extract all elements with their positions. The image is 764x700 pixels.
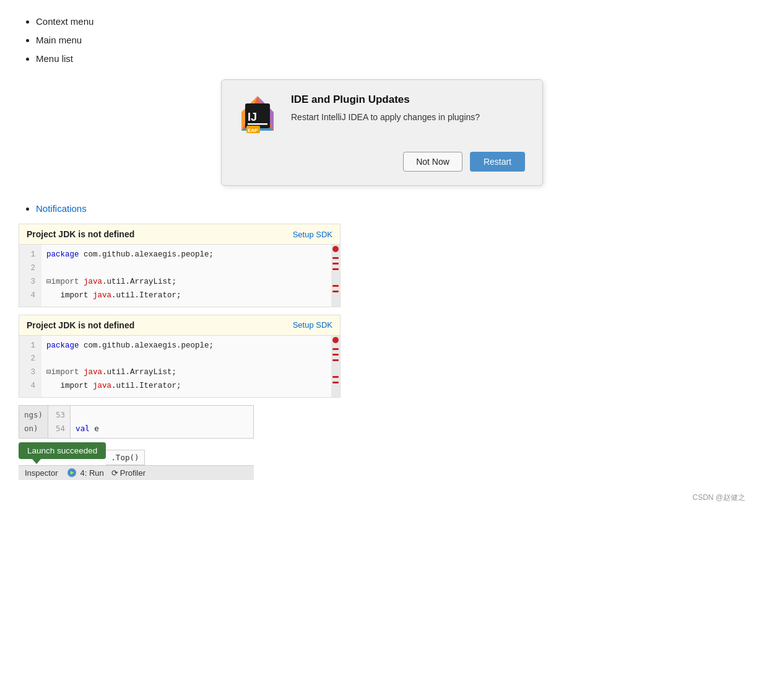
code-line	[46, 262, 326, 276]
svg-text:EAP: EAP	[248, 128, 258, 133]
error-indicator	[332, 337, 339, 343]
bottom-code-wrapper: ngs) on) 53 54 val e	[19, 405, 254, 439]
launch-row: Launch succeeded .Top()	[19, 439, 254, 465]
menu-item-main: Main menu	[36, 31, 745, 50]
profiler-icon: ⟳	[111, 468, 118, 478]
bottom-section: ngs) on) 53 54 val e Launch succeeded .T…	[19, 405, 254, 480]
launch-tooltip: Launch succeeded	[19, 442, 106, 459]
left-labels: ngs) on)	[19, 405, 48, 439]
bottom-code-lines: val e	[70, 405, 254, 439]
panel2-code-area: 1 2 3 4 package com.github.alexaegis.peo…	[19, 336, 340, 398]
restart-button[interactable]: Restart	[470, 152, 525, 172]
panel2-scrollbar	[331, 336, 340, 398]
dialog-title: IDE and Plugin Updates	[291, 94, 480, 106]
panel2-header: Project JDK is not defined Setup SDK	[19, 315, 340, 336]
code-line: package com.github.alexaegis.people;	[46, 248, 326, 262]
jdk-notification-panel-2: Project JDK is not defined Setup SDK 1 2…	[19, 315, 341, 398]
panel1-scrollbar	[331, 245, 340, 307]
top-code: .Top()	[106, 450, 144, 465]
code-line: ⊟import java.util.ArrayList;	[46, 366, 326, 380]
panel1-line-numbers: 1 2 3 4	[19, 245, 41, 307]
panel1-header-text: Project JDK is not defined	[27, 229, 134, 239]
dialog-text: IDE and Plugin Updates Restart IntelliJ …	[291, 94, 480, 124]
inspector-label: Inspector	[25, 468, 58, 478]
panel1-code-lines: package com.github.alexaegis.people; ⊟im…	[41, 245, 331, 307]
setup-sdk-link-2[interactable]: Setup SDK	[293, 320, 332, 330]
panel1-code-area: 1 2 3 4 package com.github.alexaegis.peo…	[19, 245, 340, 307]
panel2-header-text: Project JDK is not defined	[27, 320, 134, 330]
menu-list: Context menu Main menu Menu list	[19, 12, 745, 68]
intellij-logo: IJ EAP	[235, 94, 280, 138]
code-line: import java.util.Iterator;	[46, 380, 326, 393]
watermark: CSDN @赵健之	[19, 492, 745, 503]
error-indicator	[332, 246, 339, 252]
svg-text:IJ: IJ	[248, 111, 257, 123]
notifications-section: Notifications	[19, 203, 745, 214]
menu-item-list: Menu list	[36, 50, 745, 68]
panel2-line-numbers: 1 2 3 4	[19, 336, 41, 398]
svg-rect-6	[248, 123, 267, 125]
panel2-code-lines: package com.github.alexaegis.people; ⊟im…	[41, 336, 331, 398]
run-icon	[67, 468, 76, 477]
ide-update-dialog: IJ EAP IDE and Plugin Updates Restart In…	[221, 79, 543, 186]
panel1-header: Project JDK is not defined Setup SDK	[19, 224, 340, 245]
dialog-buttons: Not Now Restart	[235, 152, 525, 172]
code-line	[46, 352, 326, 366]
profiler-label: Profiler	[120, 468, 145, 478]
setup-sdk-link-1[interactable]: Setup SDK	[293, 230, 332, 239]
jdk-notification-panel-1: Project JDK is not defined Setup SDK 1 2…	[19, 224, 341, 307]
bottom-toolbar: Inspector 4: Run ⟳ Profiler	[19, 465, 254, 480]
launch-tooltip-container: Launch succeeded	[19, 439, 106, 459]
run-label: 4: Run	[80, 468, 103, 478]
profiler-section[interactable]: ⟳ Profiler	[111, 468, 145, 478]
code-line: import java.util.Iterator;	[46, 289, 326, 303]
code-line: ⊟import java.util.ArrayList;	[46, 276, 326, 289]
not-now-button[interactable]: Not Now	[403, 152, 462, 172]
run-section[interactable]: 4: Run	[67, 468, 103, 478]
code-line: package com.github.alexaegis.people;	[46, 339, 326, 353]
notifications-link[interactable]: Notifications	[36, 203, 87, 214]
dialog-wrapper: IJ EAP IDE and Plugin Updates Restart In…	[19, 79, 745, 186]
bottom-line-numbers: 53 54	[48, 405, 70, 439]
dialog-description: Restart IntelliJ IDEA to apply changes i…	[291, 111, 480, 124]
dialog-content: IJ EAP IDE and Plugin Updates Restart In…	[235, 94, 525, 138]
menu-item-context: Context menu	[36, 12, 745, 31]
